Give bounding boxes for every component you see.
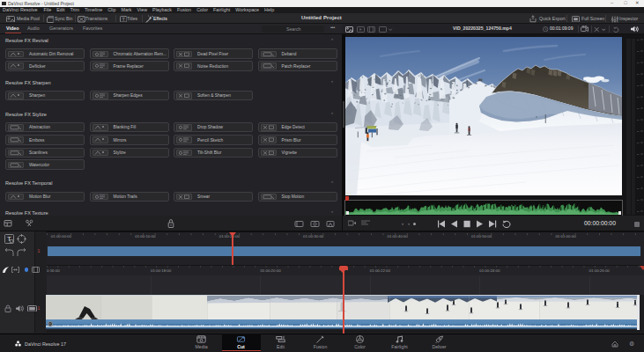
svg-text:T: T bbox=[122, 17, 125, 22]
